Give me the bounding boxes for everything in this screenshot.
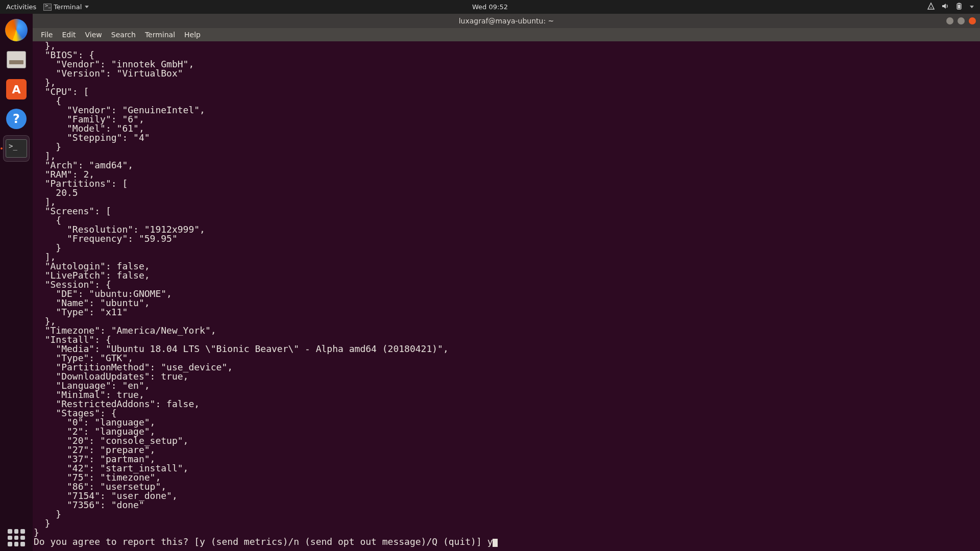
close-button[interactable]	[969, 17, 976, 24]
firefox-icon	[5, 19, 28, 41]
menu-file[interactable]: File	[37, 29, 57, 40]
terminal-output[interactable]: }, "BIOS": { "Vendor": "innotek GmbH", "…	[33, 41, 980, 551]
activities-label: Activities	[6, 3, 36, 11]
terminal-small-icon	[43, 4, 52, 11]
files-icon	[7, 51, 26, 68]
window-titlebar[interactable]: luxagraf@maya-ubuntu: ~	[33, 14, 980, 28]
dock-files[interactable]	[3, 46, 30, 73]
dock: A ?	[0, 14, 33, 551]
menu-edit[interactable]: Edit	[58, 29, 80, 40]
chevron-down-icon	[85, 6, 89, 8]
svg-point-0	[930, 7, 932, 8]
svg-rect-3	[958, 5, 961, 9]
clock[interactable]: Wed 09:52	[472, 3, 508, 11]
dock-help[interactable]: ?	[3, 106, 30, 132]
minimize-button[interactable]	[946, 17, 953, 24]
terminal-cursor	[493, 539, 498, 547]
apps-grid-icon	[8, 529, 25, 546]
window-title: luxagraf@maya-ubuntu: ~	[459, 17, 554, 25]
help-icon: ?	[6, 109, 27, 129]
window-controls	[946, 17, 976, 24]
activities-button[interactable]: Activities	[6, 3, 36, 11]
menu-search[interactable]: Search	[107, 29, 140, 40]
menu-terminal[interactable]: Terminal	[141, 29, 179, 40]
active-app-menu[interactable]: Terminal	[43, 3, 89, 11]
menu-help[interactable]: Help	[180, 29, 205, 40]
dock-terminal[interactable]	[3, 135, 30, 162]
dock-show-apps[interactable]	[3, 524, 30, 551]
network-icon[interactable]	[927, 2, 935, 12]
dock-firefox[interactable]	[3, 17, 30, 43]
software-center-icon: A	[6, 79, 27, 99]
terminal-menubar: File Edit View Search Terminal Help	[33, 28, 980, 41]
active-app-label: Terminal	[54, 3, 82, 11]
clock-label: Wed 09:52	[472, 3, 508, 11]
svg-rect-2	[959, 3, 960, 4]
battery-icon[interactable]	[955, 2, 963, 12]
menu-view[interactable]: View	[81, 29, 106, 40]
maximize-button[interactable]	[958, 17, 965, 24]
system-menu-chevron-icon[interactable]	[970, 6, 974, 8]
gnome-topbar: Activities Terminal Wed 09:52	[0, 0, 980, 14]
terminal-icon	[6, 139, 27, 158]
dock-software[interactable]: A	[3, 76, 30, 103]
volume-icon[interactable]	[941, 2, 949, 12]
